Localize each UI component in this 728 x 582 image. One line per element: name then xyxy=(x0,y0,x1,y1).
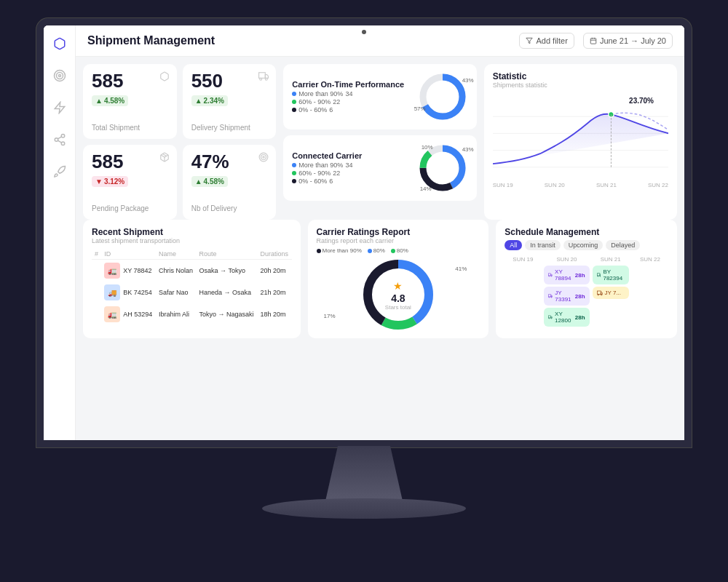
sched-truck-icon5 xyxy=(597,290,603,296)
col-route: Route xyxy=(197,249,258,260)
sched-truck-icon3 xyxy=(548,314,553,320)
svg-rect-39 xyxy=(549,274,552,276)
sched-item-xy12800[interactable]: XY 12800 28h xyxy=(544,308,589,327)
svg-marker-9 xyxy=(526,38,532,44)
svg-point-53 xyxy=(597,276,598,276)
donut-label-57: 57% xyxy=(414,105,426,112)
statistic-subtitle: Shipments statistic xyxy=(493,81,668,89)
ratings-legend-80b: 80% xyxy=(391,247,408,254)
tab-all[interactable]: All xyxy=(505,240,522,250)
ratings-legend-80a: 80% xyxy=(368,247,385,254)
schedule-title: Schedule Management xyxy=(505,227,668,237)
carrier-ontime-donut: 43% 57% xyxy=(417,71,468,122)
cc-legend-item-1: More than 90% 34 xyxy=(292,162,362,169)
tab-upcoming[interactable]: Upcoming xyxy=(563,240,604,250)
recent-shipment-title: Recent Shipment xyxy=(92,227,292,237)
date-range-button[interactable]: June 21 → July 20 xyxy=(583,33,673,49)
pending-package-card: 585 ▼ 3.12% Pending Package xyxy=(83,145,177,220)
row2-id: 🚚 BK 74254 xyxy=(101,282,156,303)
svg-point-1 xyxy=(56,73,63,79)
sched-item-by782394[interactable]: BY 782394 xyxy=(593,266,629,284)
line-chart-svg xyxy=(493,93,668,180)
row1-num xyxy=(92,260,101,282)
svg-rect-14 xyxy=(259,73,266,79)
sched-col-sun19: SUN 19 xyxy=(505,256,541,329)
chart-x-labels: SUN 19 SUN 20 SUN 21 SUN 22 xyxy=(493,182,668,188)
svg-point-57 xyxy=(598,294,599,295)
sidebar-item-box[interactable] xyxy=(50,34,69,53)
monitor-foot xyxy=(262,498,466,519)
cc-legend-dot-green xyxy=(292,171,296,175)
row3-id: 🚛 AH 53294 xyxy=(101,303,156,325)
row1-route: Osaka → Tokyo xyxy=(197,260,258,282)
sched-truck-icon2 xyxy=(548,293,553,299)
svg-marker-48 xyxy=(551,316,553,318)
sched-item-xy78894[interactable]: XY 78894 28h xyxy=(544,266,589,284)
svg-line-7 xyxy=(58,140,61,143)
svg-marker-15 xyxy=(266,75,269,79)
add-filter-button[interactable]: Add filter xyxy=(519,33,574,49)
monitor-screen: Shipment Management Add filter June 21 →… xyxy=(36,18,692,447)
row1-duration: 20h 20m xyxy=(257,260,291,282)
tab-delayed[interactable]: Delayed xyxy=(606,240,640,250)
sched-item-jy73391[interactable]: JY 73391 28h xyxy=(544,287,589,306)
chart-peak-value: 23.70% xyxy=(629,97,654,105)
svg-rect-55 xyxy=(597,291,601,294)
sched-header-sun22: SUN 22 xyxy=(632,256,668,263)
tab-in-transit[interactable]: In transit xyxy=(525,240,561,250)
svg-rect-51 xyxy=(597,274,600,276)
connected-carrier-card: Connected Carrier More than 90% 34 xyxy=(283,135,476,201)
statistic-section: Statistic Shipments statistic 23.70% xyxy=(484,64,677,220)
row2-num xyxy=(92,282,101,303)
svg-point-17 xyxy=(266,78,268,80)
truck-icon-blue: 🚚 xyxy=(104,284,120,300)
sched-truck-icon xyxy=(548,272,553,278)
ratings-legend-90: More than 90% xyxy=(317,247,362,254)
sidebar-item-share[interactable] xyxy=(50,130,69,149)
header: Shipment Management Add filter June 21 →… xyxy=(76,25,684,57)
shipment-table: # ID Name Route Durations xyxy=(92,249,292,325)
carrier-ontime-legend: More than 90% 34 60% - 90% 22 xyxy=(292,90,404,113)
sched-item-jy7[interactable]: JY 7... xyxy=(593,287,629,299)
schedule-tabs: All In transit Upcoming Delayed xyxy=(505,240,668,250)
filter-icon xyxy=(526,37,533,44)
col-id: ID xyxy=(101,249,156,260)
carrier-ontime-card: Carrier On-Time Performance More than 90… xyxy=(283,64,476,129)
package-icon xyxy=(159,152,170,165)
donut-svg xyxy=(417,71,468,122)
sched-col-sun21: SUN 21 BY 782394 JY 7... xyxy=(593,256,629,329)
row2-route: Haneda → Osaka xyxy=(197,282,258,303)
sched-header-sun21: SUN 21 xyxy=(593,256,629,263)
svg-point-50 xyxy=(551,318,552,319)
sidebar-item-rocket[interactable] xyxy=(50,162,69,181)
svg-point-5 xyxy=(55,138,58,142)
schedule-grid: SUN 19 SUN 20 XY 78894 28h xyxy=(505,256,668,329)
rating-label: Stars total xyxy=(385,304,411,311)
cc-legend-item-2: 60% - 90% 22 xyxy=(292,170,362,177)
statistic-title: Statistic xyxy=(493,71,668,81)
sidebar xyxy=(44,25,76,440)
table-header-row: # ID Name Route Durations xyxy=(92,249,292,260)
row3-num xyxy=(92,303,101,325)
chart-area: 23.70% xyxy=(493,93,668,180)
box-icon xyxy=(159,71,170,84)
row2-duration: 21h 20m xyxy=(257,282,291,303)
sidebar-item-zap[interactable] xyxy=(50,98,69,117)
rating-number: 4.8 xyxy=(385,292,411,304)
col-duration: Durations xyxy=(257,249,291,260)
row1-id: 🚛 XY 78842 xyxy=(101,260,156,282)
legend-item-1: More than 90% 34 xyxy=(292,90,404,97)
carrier-ontime-info: Carrier On-Time Performance More than 90… xyxy=(292,80,404,114)
ratings-donut-wrapper: ★ 4.8 Stars total 41% 17% xyxy=(317,258,480,331)
sched-col-sun22: SUN 22 xyxy=(632,256,668,329)
delivery-shipment-value: 550 xyxy=(191,71,268,90)
nb-delivery-badge: ▲ 4.58% xyxy=(191,176,228,187)
cc-legend-item-3: 0% - 60% 6 xyxy=(292,178,362,185)
svg-rect-43 xyxy=(549,295,552,297)
row3-duration: 18h 20m xyxy=(257,303,291,325)
col-name: Name xyxy=(156,249,197,260)
connected-carrier-title: Connected Carrier xyxy=(292,151,362,160)
target-icon xyxy=(258,152,269,165)
pending-package-badge: ▼ 3.12% xyxy=(92,176,128,187)
sidebar-item-target[interactable] xyxy=(50,66,69,85)
